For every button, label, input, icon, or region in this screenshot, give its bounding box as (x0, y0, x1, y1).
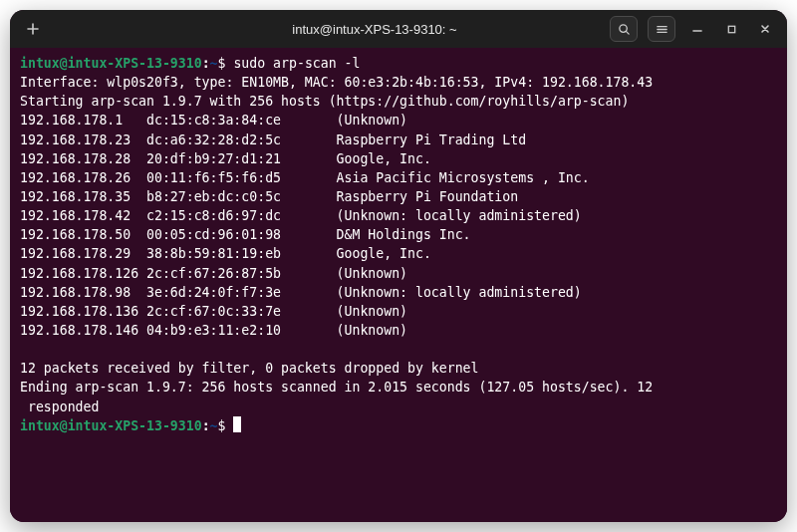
minimize-button[interactable] (685, 17, 709, 41)
prompt-user-host: intux@intux-XPS-13-9310 (20, 418, 202, 433)
command-text: sudo arp-scan -l (233, 56, 360, 71)
summary-packets: 12 packets received by filter, 0 packets… (20, 359, 777, 378)
scan-row: 192.168.178.136 2c:cf:67:0c:33:7e (Unkno… (20, 302, 777, 321)
interface-line: Interface: wlp0s20f3, type: EN10MB, MAC:… (20, 73, 777, 92)
scan-row: 192.168.178.50 00:05:cd:96:01:98 D&M Hol… (20, 225, 777, 244)
svg-rect-1 (728, 26, 734, 32)
new-tab-button[interactable] (20, 16, 46, 42)
hamburger-menu-button[interactable] (648, 16, 675, 42)
scan-row: 192.168.178.28 20:df:b9:27:d1:21 Google,… (20, 149, 777, 168)
prompt-colon: : (202, 56, 210, 71)
summary-ending-2: responded (20, 398, 777, 416)
maximize-button[interactable] (719, 17, 743, 41)
cursor (233, 416, 241, 432)
search-button[interactable] (610, 16, 638, 42)
prompt-colon: : (202, 418, 210, 433)
prompt-line-1: intux@intux-XPS-13-9310:~$ sudo arp-scan… (20, 54, 777, 73)
prompt-dollar: $ (218, 56, 234, 71)
scan-row: 192.168.178.146 04:b9:e3:11:e2:10 (Unkno… (20, 321, 777, 340)
scan-row: 192.168.178.29 38:8b:59:81:19:eb Google,… (20, 244, 777, 263)
prompt-path: ~ (210, 56, 218, 71)
scan-row: 192.168.178.26 00:11:f6:f5:f6:d5 Asia Pa… (20, 168, 777, 187)
titlebar: intux@intux-XPS-13-9310: ~ (10, 10, 787, 48)
blank-line (20, 340, 777, 359)
scan-row: 192.168.178.35 b8:27:eb:dc:c0:5c Raspber… (20, 187, 777, 206)
scan-row: 192.168.178.98 3e:6d:24:0f:f7:3e (Unknow… (20, 283, 777, 302)
prompt-user-host: intux@intux-XPS-13-9310 (20, 56, 202, 71)
window-title: intux@intux-XPS-13-9310: ~ (139, 22, 610, 37)
prompt-path: ~ (210, 418, 218, 433)
summary-ending-1: Ending arp-scan 1.9.7: 256 hosts scanned… (20, 378, 777, 397)
close-button[interactable] (753, 17, 777, 41)
scan-row: 192.168.178.1 dc:15:c8:3a:84:ce (Unknown… (20, 111, 777, 130)
prompt-line-2: intux@intux-XPS-13-9310:~$ (20, 416, 777, 435)
scan-row: 192.168.178.42 c2:15:c8:d6:97:dc (Unknow… (20, 206, 777, 225)
terminal-window: intux@intux-XPS-13-9310: ~ intux@intux-X… (10, 10, 787, 522)
scan-row: 192.168.178.23 dc:a6:32:28:d2:5c Raspber… (20, 131, 777, 149)
scan-row: 192.168.178.126 2c:cf:67:26:87:5b (Unkno… (20, 264, 777, 283)
starting-line: Starting arp-scan 1.9.7 with 256 hosts (… (20, 92, 777, 111)
prompt-dollar: $ (218, 418, 234, 433)
terminal-body[interactable]: intux@intux-XPS-13-9310:~$ sudo arp-scan… (10, 48, 787, 522)
